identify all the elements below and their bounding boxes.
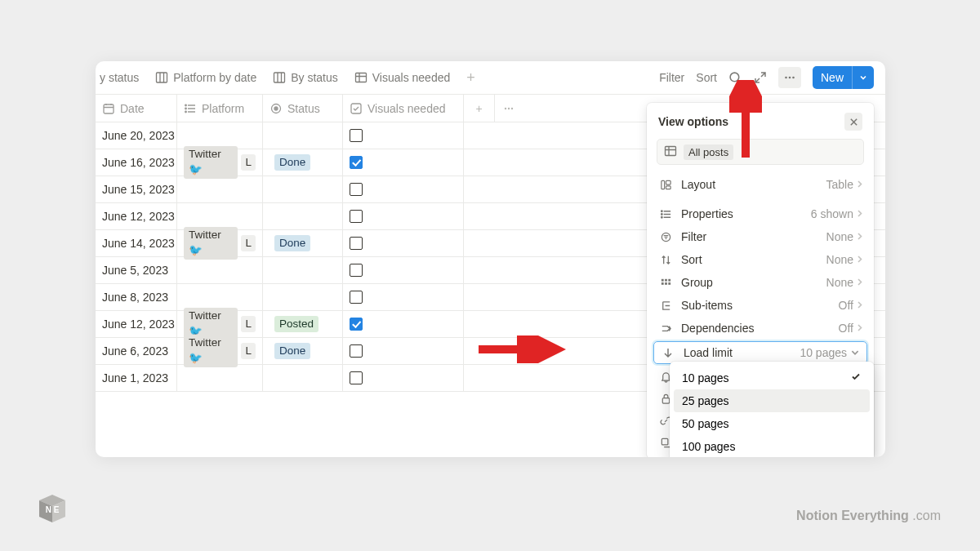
svg-rect-28 [661, 282, 663, 285]
group-icon [658, 277, 673, 289]
svg-point-14 [505, 107, 506, 109]
cell-status: Done [263, 230, 343, 257]
svg-rect-18 [661, 180, 664, 189]
sort-button[interactable]: Sort [696, 71, 717, 84]
panel-item-properties[interactable]: Properties6 shown [647, 202, 874, 225]
svg-point-23 [661, 216, 662, 218]
cell-visuals[interactable] [343, 122, 464, 149]
cell-platform [177, 203, 263, 230]
svg-point-5 [789, 77, 791, 79]
load-limit-option[interactable]: 50 pages [674, 412, 870, 435]
svg-text:N E: N E [46, 505, 60, 514]
check-icon [850, 371, 862, 384]
svg-rect-25 [661, 278, 663, 281]
panel-title: View options [658, 115, 728, 128]
column-header-date[interactable]: Date [96, 95, 177, 122]
status-icon [270, 102, 283, 115]
svg-rect-31 [662, 398, 669, 404]
cell-status [263, 257, 343, 284]
panel-item-dependencies[interactable]: DependenciesOff [647, 317, 874, 340]
checkbox-icon [350, 102, 363, 115]
checkbox[interactable] [350, 291, 363, 304]
load-limit-option[interactable]: 10 pages [674, 366, 870, 389]
new-button[interactable]: New [813, 66, 874, 89]
cell-visuals[interactable] [343, 176, 464, 203]
tab-platform-by-date[interactable]: Platform by date [155, 71, 256, 84]
filter-icon [658, 231, 673, 243]
panel-item-layout[interactable]: LayoutTable [647, 173, 874, 196]
svg-point-8 [185, 104, 187, 106]
panel-item-filter[interactable]: FilterNone [647, 225, 874, 248]
svg-point-4 [785, 77, 787, 79]
app-window: y status Platform by date By status Visu… [96, 61, 885, 457]
close-icon[interactable] [844, 113, 862, 131]
svg-rect-13 [351, 104, 361, 113]
cell-platform [177, 176, 263, 203]
more-options-button[interactable] [778, 67, 801, 88]
load-limit-option[interactable]: 25 pages [674, 389, 870, 412]
panel-item-load-limit[interactable]: Load limit 10 pages [653, 341, 867, 364]
svg-rect-32 [662, 438, 668, 445]
cell-visuals[interactable] [343, 284, 464, 311]
cell-platform [177, 257, 263, 284]
cell-date: June 20, 2023 [96, 122, 177, 149]
cell-visuals[interactable] [343, 338, 464, 365]
cell-date: June 14, 2023 [96, 230, 177, 257]
checkbox[interactable] [350, 318, 363, 331]
cell-status [263, 203, 343, 230]
cell-visuals[interactable] [343, 311, 464, 338]
load-limit-option[interactable]: 100 pages [674, 435, 870, 457]
cell-platform [177, 365, 263, 392]
checkbox[interactable] [350, 237, 363, 250]
watermark: Notion Everything .com [796, 509, 941, 523]
panel-item-sort[interactable]: SortNone [647, 248, 874, 271]
checkbox[interactable] [350, 156, 363, 169]
cell-visuals[interactable] [343, 230, 464, 257]
checkbox[interactable] [350, 344, 363, 358]
panel-item-sub-items[interactable]: Sub-itemsOff [647, 294, 874, 317]
cell-visuals[interactable] [343, 149, 464, 176]
cell-platform: Twitter 🐦L [177, 311, 263, 338]
tab-visuals-needed[interactable]: Visuals needed [354, 71, 450, 84]
tab-by-status[interactable]: By status [273, 71, 338, 84]
cell-visuals[interactable] [343, 203, 464, 230]
column-header-visuals[interactable]: Visuals needed [343, 95, 464, 122]
svg-point-12 [274, 107, 278, 110]
cell-platform [177, 284, 263, 311]
cell-status [263, 176, 343, 203]
columns-more-icon[interactable] [501, 102, 516, 115]
panel-item-group[interactable]: GroupNone [647, 271, 874, 294]
svg-point-10 [185, 111, 187, 113]
svg-point-22 [661, 213, 662, 215]
cell-status [263, 122, 343, 149]
chevron-down-icon[interactable] [852, 66, 874, 89]
checkbox[interactable] [350, 129, 363, 142]
add-column-button[interactable]: + [464, 95, 495, 122]
svg-point-15 [508, 107, 510, 109]
svg-point-9 [185, 108, 187, 109]
cell-status: Done [263, 338, 343, 365]
checkbox[interactable] [350, 183, 363, 196]
layout-icon [658, 179, 673, 191]
board-icon [273, 71, 286, 84]
checkbox[interactable] [350, 371, 363, 384]
add-view-button[interactable]: + [466, 69, 475, 87]
svg-rect-0 [157, 73, 167, 82]
cell-visuals[interactable] [343, 365, 464, 392]
cell-platform: Twitter 🐦L [177, 338, 263, 365]
svg-rect-27 [668, 278, 670, 281]
cell-status [263, 284, 343, 311]
sub-icon [658, 300, 673, 312]
filter-button[interactable]: Filter [659, 71, 684, 84]
checkbox[interactable] [350, 210, 363, 223]
cell-date: June 6, 2023 [96, 338, 177, 365]
checkbox[interactable] [350, 264, 363, 277]
cell-visuals[interactable] [343, 257, 464, 284]
toolbar-right: Filter Sort New [659, 66, 885, 89]
tab-y-status[interactable]: y status [100, 71, 139, 84]
column-header-status[interactable]: Status [263, 95, 343, 122]
column-header-platform[interactable]: Platform [177, 95, 263, 122]
cell-platform: Twitter 🐦L [177, 149, 263, 176]
svg-rect-20 [666, 185, 670, 189]
cell-platform [177, 122, 263, 149]
